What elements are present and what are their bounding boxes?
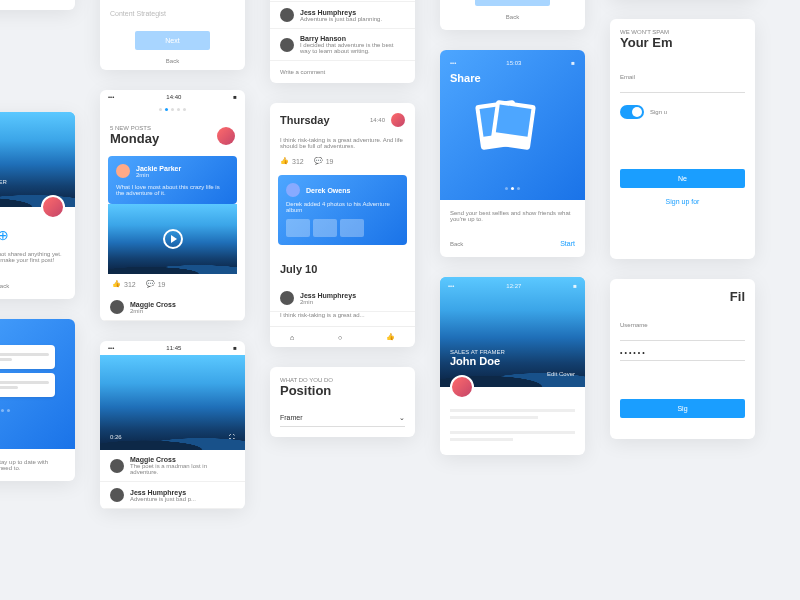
tab-bar: ⌂ ○ 👍 [270,326,415,347]
search-icon[interactable]: ○ [338,334,342,341]
fib-title: Fil [620,289,745,304]
back-link[interactable]: Back [450,14,575,20]
avatar[interactable] [391,113,405,127]
avatar[interactable] [450,375,474,399]
profile2-card: •••12:27■ SALES AT FRAMER John Doe Edit … [440,277,585,455]
password-input[interactable]: •••••• [620,349,745,361]
post-stats: 👍 312💬 19 [112,280,165,288]
username-input[interactable] [620,336,745,341]
signin-button[interactable]: Sig [620,399,745,418]
play-icon[interactable] [163,229,183,249]
next-button[interactable]: Next [135,31,209,50]
like-icon[interactable]: 👍 [386,333,395,341]
status-bar: •••14:40■ [100,90,245,104]
share-desc: Send your best selfies and show friends … [450,210,575,222]
chat-card: Chat Send messages and stay up to date w… [0,319,75,481]
profile-name: John Doe [450,355,575,367]
thursday-card: Thursday 14:40 I think risk-taking is a … [270,103,415,347]
chevron-down-icon: ⌄ [399,414,405,422]
back-link[interactable]: Back [110,58,235,64]
email-input[interactable] [620,88,745,93]
onboard-card: Bring your friends closer by building a … [0,0,75,10]
monday-title: Monday [110,131,159,146]
derek-post[interactable]: Derek Owens Derek added 4 photos to his … [278,175,407,245]
polaroid-icon [493,103,533,148]
list-item[interactable]: Maggie Cross2min [100,294,245,321]
chat-bubble [0,345,55,369]
thursday-title: Thursday [280,114,330,126]
next-button[interactable]: Next [475,0,549,6]
back-link[interactable]: Back [0,283,65,289]
list-item[interactable]: Jess Humphreys2min [270,285,415,312]
post-stats: 👍 312💬 19 [280,157,405,165]
job-option[interactable]: Content Strategist [110,4,235,23]
username-label: Username [620,322,745,328]
start-link[interactable]: Start [560,240,575,247]
comment-item: Jess HumphreysAdventure is just bad p... [100,482,245,509]
empty-text: Looks like you have not shared anything … [0,251,65,263]
video-card: •••11:45■ 0:26⛶ Maggie CrossThe poet is … [100,341,245,509]
avatar[interactable] [217,127,235,145]
email-label: Email [620,74,745,80]
write-comment-input[interactable]: Write a comment [270,61,415,83]
add-icon[interactable]: ⊕ [0,227,65,243]
fiber-title: ber [0,30,75,53]
signup-link[interactable]: Sign up for [620,198,745,205]
back-link[interactable]: Back [450,241,463,247]
comment-item: Barry HansonI decided that adventure is … [270,29,415,61]
profile-hero-card: ENGINEER AT FRAMER John Doe ⊕ Looks like… [0,112,75,299]
like-icon: 👍 312 [112,280,136,288]
fiber-hero: ber Started [0,30,75,92]
chat-title: Chat [0,329,65,341]
home-icon[interactable]: ⌂ [290,334,294,341]
video-comments-card: ▶ ━━━0:11 Maggie CrossThe poet is a madm… [270,0,415,83]
signup-toggle[interactable] [620,105,644,119]
position-title: Position [280,383,405,398]
company-select[interactable]: Framer⌄ [280,410,405,427]
email-title: Your Em [620,35,745,50]
share-title: Share [450,72,575,84]
chat-desc: Send messages and stay up to date with f… [0,459,65,471]
comment-icon: 💬 19 [146,280,166,288]
job-select-card-2: Choose your job title⌄ Next Back [440,0,585,30]
email-heading: nail [0,501,75,516]
comment-item: Jess HumphreysAdventure is just bad plan… [270,2,415,29]
chat-bubble [0,373,55,397]
next-button[interactable]: Ne [620,169,745,188]
monday-feed-card: •••14:40■ 5 NEW POSTS Monday Jackie Park… [100,90,245,321]
july-title: July 10 [280,263,405,275]
post-card[interactable]: Jackie Parker2min What I love most about… [108,156,237,204]
job-select-card: Choose your job title⌄ Engineer Front-En… [100,0,245,70]
share-card: •••15:03■ Share Send your best selfies a… [440,50,585,257]
email-form-card: WE WON'T SPAM Your Em Email Sign u Ne Si… [610,19,755,259]
position-card: WHAT DO YOU DO Position Framer⌄ [270,367,415,437]
comment-item: Maggie CrossThe poet is a madman lost in… [100,450,245,482]
avatar[interactable] [41,195,65,219]
login-card: Fil Username •••••• Sig [610,279,755,439]
